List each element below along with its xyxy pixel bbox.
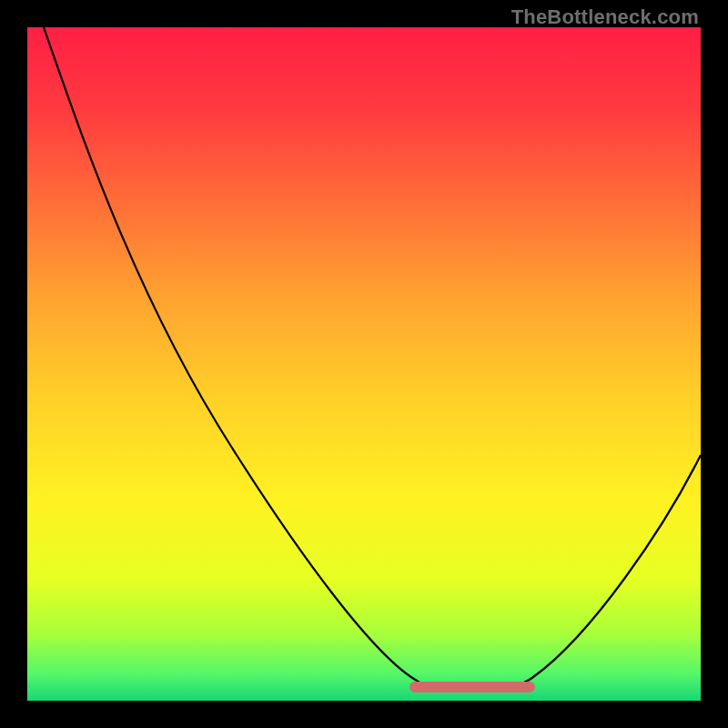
plot-area	[27, 27, 701, 701]
watermark-text: TheBottleneck.com	[511, 5, 699, 29]
gradient-rect	[27, 27, 701, 701]
chart-frame: TheBottleneck.com	[0, 0, 728, 728]
chart-svg	[27, 27, 701, 701]
